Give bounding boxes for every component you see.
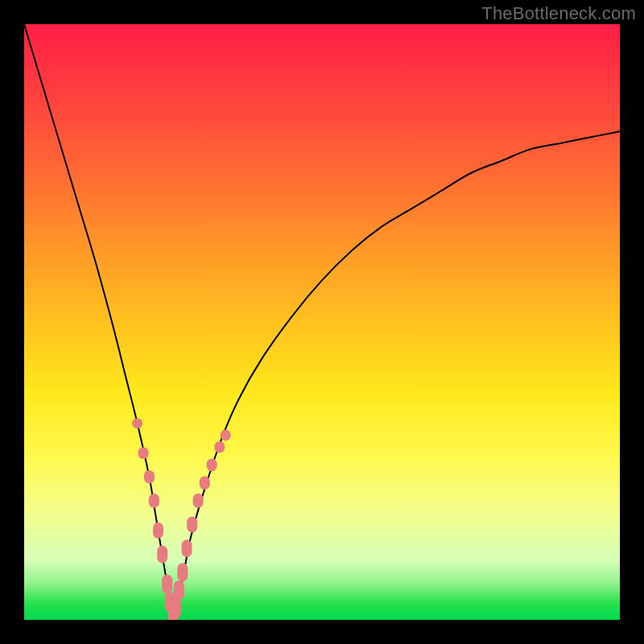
bottleneck-curve [24, 24, 620, 620]
curve-marker [207, 459, 217, 472]
curve-marker [200, 476, 210, 489]
curve-marker [174, 580, 184, 600]
curve-marker [221, 430, 231, 441]
curve-marker [171, 598, 181, 618]
stage: TheBottleneck.com [0, 0, 644, 644]
curve-marker [138, 447, 149, 459]
watermark-text: TheBottleneck.com [481, 3, 636, 24]
chart-svg [24, 24, 620, 620]
marker-group [132, 418, 231, 620]
curve-marker [162, 575, 172, 594]
plot-area [24, 24, 620, 620]
curve-marker [153, 522, 163, 539]
curve-marker [182, 540, 192, 557]
curve-marker [149, 493, 159, 508]
curve-marker [144, 470, 155, 483]
curve-marker [214, 441, 225, 452]
curve-marker [157, 546, 167, 564]
curve-marker [177, 563, 188, 581]
curve-marker [132, 418, 142, 428]
curve-marker [187, 517, 197, 533]
curve-marker [193, 493, 204, 508]
